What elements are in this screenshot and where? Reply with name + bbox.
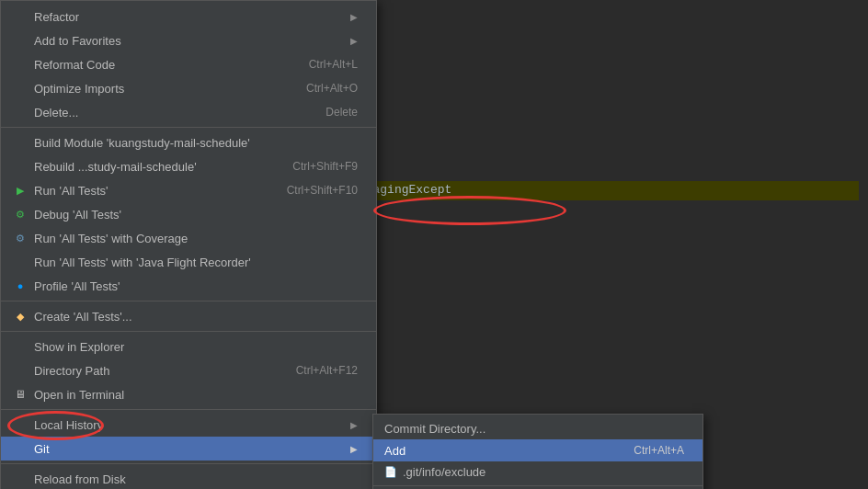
menu-item-refactor[interactable]: Refactor ▶ [1,5,376,28]
menu-item-label: .git/info/exclude [403,465,684,479]
menu-item-label: Run 'All Tests' with 'Java Flight Record… [34,256,358,269]
submenu-arrow: ▶ [350,12,358,22]
favorites-icon [12,32,29,49]
optimize-icon [12,80,29,97]
menu-item-commit-dir[interactable]: Commit Directory... [373,418,702,439]
menu-item-rebuild[interactable]: Rebuild ...study-mail-schedule' Ctrl+Shi… [1,154,376,178]
menu-item-label: Profile 'All Tests' [34,279,358,293]
menu-separator [1,409,376,410]
menu-item-label: Reload from Disk [34,472,358,486]
coverage-icon: ⚙ [12,230,29,246]
menu-item-local-history[interactable]: Local History ▶ [1,413,376,437]
menu-item-git-exclude[interactable]: 📄 .git/info/exclude [373,461,702,483]
menu-item-create-tests[interactable]: ◆ Create 'All Tests'... [1,304,376,328]
menu-item-label: Create 'All Tests'... [34,310,358,324]
menu-item-directory-path[interactable]: Directory Path Ctrl+Alt+F12 [1,358,376,382]
submenu-arrow: ▶ [350,444,358,454]
shortcut: Ctrl+Alt+O [306,82,358,95]
menu-item-reload[interactable]: Reload from Disk [1,467,376,489]
submenu-arrow: ▶ [350,36,358,46]
menu-item-run-jfr[interactable]: Run 'All Tests' with 'Java Flight Record… [1,250,376,274]
menu-item-label: Directory Path [34,364,268,378]
git-icon [12,440,29,457]
primary-context-menu[interactable]: Refactor ▶ Add to Favorites ▶ Reformat C… [0,0,377,489]
menu-separator [1,463,376,464]
menu-item-delete[interactable]: Delete... Delete [1,100,376,124]
history-icon [12,416,29,433]
shortcut: Ctrl+Shift+F10 [287,184,358,197]
menu-item-label: Run 'All Tests' [34,184,259,198]
debug-icon: ⚙ [12,206,29,222]
menu-item-label: Optimize Imports [34,82,279,96]
menu-item-label: Show in Explorer [34,340,358,354]
menu-item-add-favorites[interactable]: Add to Favorites ▶ [1,28,376,52]
menu-separator [1,331,376,332]
menu-item-label: Local History [34,418,343,432]
menu-item-debug-tests[interactable]: ⚙ Debug 'All Tests' [1,202,376,226]
create-icon: ◆ [12,308,29,324]
menu-item-label: Reformat Code [34,58,281,72]
menu-item-label: Debug 'All Tests' [34,208,358,222]
refactor-icon [12,8,29,25]
shortcut: Ctrl+Alt+F12 [296,364,358,377]
menu-item-label: Run 'All Tests' with Coverage [34,232,358,245]
add-label: Add [384,444,405,458]
menu-item-profile[interactable]: ● Profile 'All Tests' [1,274,376,298]
add-shortcut: Ctrl+Alt+A [634,444,684,457]
menu-separator [373,485,702,486]
shortcut: Ctrl+Shift+F9 [292,160,358,173]
menu-item-label: Git [34,442,343,456]
reformat-icon [12,56,29,73]
menu-item-open-terminal[interactable]: 🖥 Open in Terminal [1,382,376,406]
menu-item-reformat[interactable]: Reformat Code Ctrl+Alt+L [1,52,376,76]
directory-icon [12,362,29,379]
shortcut: Delete [326,106,358,119]
submenu-arrow: ▶ [350,420,358,430]
menu-item-label: Delete... [34,106,298,119]
explorer-icon [12,338,29,355]
menu-item-label: Build Module 'kuangstudy-mail-schedule' [34,136,358,150]
build-icon [12,134,29,151]
menu-item-run-coverage[interactable]: ⚙ Run 'All Tests' with Coverage [1,226,376,250]
menu-item-optimize[interactable]: Optimize Imports Ctrl+Alt+O [1,76,376,100]
delete-icon [12,104,29,120]
menu-item-label: Commit Directory... [384,422,684,436]
rebuild-icon [12,158,29,175]
file-icon: 📄 [384,466,397,478]
run-icon: ▶ [12,182,29,199]
menu-separator [1,301,376,301]
reload-icon [12,471,29,487]
profile-icon: ● [12,278,29,294]
shortcut: Ctrl+Alt+L [309,58,358,71]
menu-separator [1,127,376,128]
menu-item-label: Rebuild ...study-mail-schedule' [34,160,265,174]
jfr-icon [12,254,29,270]
menu-item-label: Refactor [34,10,343,24]
menu-item-show-explorer[interactable]: Show in Explorer [1,335,376,358]
menu-item-add[interactable]: Add Ctrl+Alt+A [373,439,702,461]
git-submenu[interactable]: Commit Directory... Add Ctrl+Alt+A 📄 .gi… [372,414,703,489]
menu-item-build[interactable]: Build Module 'kuangstudy-mail-schedule' [1,131,376,154]
menu-item-run-tests[interactable]: ▶ Run 'All Tests' Ctrl+Shift+F10 [1,178,376,202]
menu-item-label: Open in Terminal [34,388,358,402]
terminal-icon: 🖥 [12,386,29,403]
menu-item-git[interactable]: Git ▶ [1,437,376,461]
menu-item-label: Add to Favorites [34,34,343,48]
